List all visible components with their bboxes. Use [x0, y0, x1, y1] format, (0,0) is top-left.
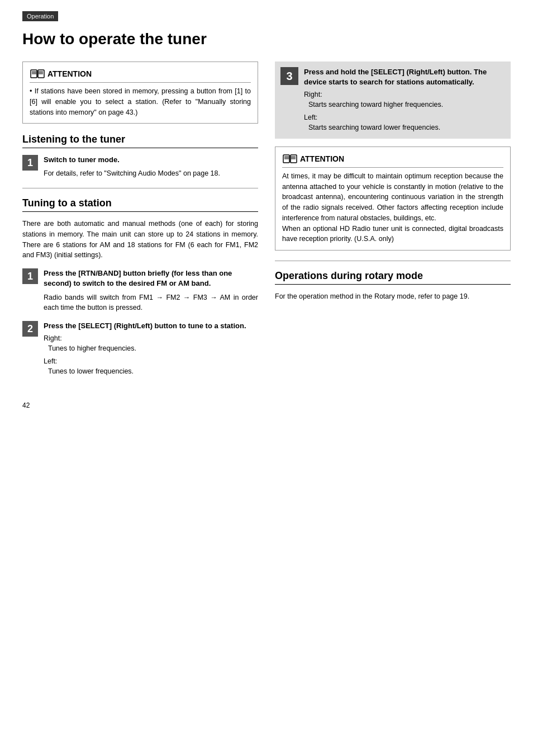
step-number-2: 2 — [22, 321, 38, 337]
step-number-1b: 1 — [22, 268, 38, 284]
attention-label-top: ATTENTION — [47, 69, 92, 78]
step-hold-select: 3 Press and hold the [SELECT] (Right/Lef… — [275, 62, 511, 139]
step-title-3: Press and hold the [SELECT] (Right/Left)… — [304, 67, 505, 87]
step-body-1a: For details, refer to "Switching Audio M… — [44, 168, 258, 179]
right-column: 3 Press and hold the [SELECT] (Right/Lef… — [275, 62, 511, 385]
step-switch-tuner: 1 Switch to tuner mode. For details, ref… — [22, 155, 258, 179]
step-rtn-band: 1 Press the [RTN/BAND] button briefly (f… — [22, 268, 258, 313]
section-listening-title: Listening to the tuner — [22, 134, 258, 148]
attention-body-top: • If stations have been stored in memory… — [30, 86, 251, 117]
section-rotary-title: Operations during rotary mode — [275, 270, 511, 285]
page-number: 42 — [22, 401, 511, 409]
tuning-intro: There are both automatic and manual meth… — [22, 219, 258, 261]
right-desc-2: Tunes to higher frequencies. — [44, 343, 258, 354]
attention-label-bottom: ATTENTION — [300, 154, 344, 163]
step-title-1b: Press the [RTN/BAND] button briefly (for… — [44, 268, 258, 289]
attention-box-bottom: ATTENTION At times, it may be difficult … — [275, 147, 511, 251]
attention-title-bottom: ATTENTION — [282, 153, 503, 168]
left-label-2: Left: — [44, 357, 258, 365]
left-desc-3: Starts searching toward lower frequencie… — [304, 122, 505, 133]
separator-2 — [275, 261, 511, 261]
attention-icon-top — [30, 68, 45, 80]
right-label-2: Right: — [44, 334, 258, 342]
step-content-2: Press the [SELECT] (Right/Left) button t… — [44, 321, 258, 377]
step-number-3: 3 — [280, 67, 298, 85]
step-content-3: Press and hold the [SELECT] (Right/Left)… — [304, 67, 505, 133]
rotary-body: For the operation method in the Rotary m… — [275, 291, 511, 302]
left-column: ATTENTION • If stations have been stored… — [22, 62, 258, 385]
step-title-2: Press the [SELECT] (Right/Left) button t… — [44, 321, 258, 331]
attention-icon-bottom — [282, 153, 298, 165]
section-header: Operation — [22, 11, 58, 21]
page-title: How to operate the tuner — [22, 30, 511, 48]
step-content-1b: Press the [RTN/BAND] button briefly (for… — [44, 268, 258, 313]
right-desc-3: Starts searching toward higher frequenci… — [304, 100, 505, 110]
attention-title-top: ATTENTION — [30, 68, 251, 83]
left-label-3: Left: — [304, 114, 505, 121]
left-desc-2: Tunes to lower frequencies. — [44, 366, 258, 377]
section-tuning-title: Tuning to a station — [22, 197, 258, 212]
step-body-1b: Radio bands will switch from FM1 → FM2 →… — [44, 292, 258, 314]
step-content-1a: Switch to tuner mode. For details, refer… — [44, 155, 258, 179]
attention-box-top: ATTENTION • If stations have been stored… — [22, 62, 258, 124]
step-select-button: 2 Press the [SELECT] (Right/Left) button… — [22, 321, 258, 377]
attention-body-bottom: At times, it may be difficult to maintai… — [282, 171, 503, 244]
step-number-1a: 1 — [22, 155, 38, 171]
step-title-1a: Switch to tuner mode. — [44, 155, 258, 165]
separator-1 — [22, 188, 258, 188]
right-label-3: Right: — [304, 91, 505, 98]
